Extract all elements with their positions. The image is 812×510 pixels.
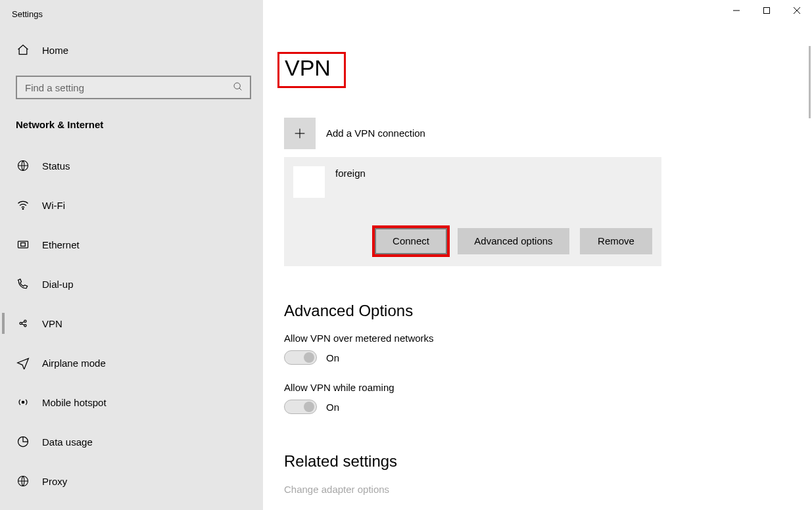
sidebar-section-title: Network & Internet bbox=[0, 99, 263, 139]
add-vpn-row[interactable]: Add a VPN connection bbox=[284, 118, 812, 149]
toggle-roaming-label: Allow VPN while roaming bbox=[284, 382, 812, 393]
proxy-icon bbox=[16, 474, 30, 488]
airplane-icon bbox=[16, 356, 30, 370]
vpn-connection-name: foreign bbox=[335, 166, 366, 179]
minimize-button[interactable] bbox=[721, 0, 752, 21]
svg-rect-9 bbox=[21, 243, 26, 246]
page-title: VPN bbox=[277, 52, 346, 88]
sidebar-item-datausage[interactable]: Data usage bbox=[0, 422, 263, 461]
add-vpn-label: Add a VPN connection bbox=[326, 128, 425, 139]
remove-button[interactable]: Remove bbox=[580, 228, 652, 254]
svg-point-11 bbox=[24, 320, 26, 322]
svg-point-15 bbox=[22, 401, 24, 403]
sidebar-item-label: Mobile hotspot bbox=[42, 397, 107, 408]
sidebar-item-hotspot[interactable]: Mobile hotspot bbox=[0, 382, 263, 422]
sidebar-item-label: Ethernet bbox=[42, 239, 80, 250]
phone-icon bbox=[16, 277, 30, 291]
svg-point-4 bbox=[234, 83, 240, 89]
svg-point-10 bbox=[20, 322, 22, 324]
svg-line-14 bbox=[22, 324, 24, 325]
search-icon bbox=[233, 81, 243, 94]
toggle-metered-state: On bbox=[326, 352, 339, 363]
sidebar-item-label: VPN bbox=[42, 318, 62, 329]
advanced-options-heading: Advanced Options bbox=[284, 302, 812, 320]
sidebar-item-wifi[interactable]: Wi-Fi bbox=[0, 185, 263, 225]
vpn-connection-card[interactable]: foreign Connect Advanced options Remove bbox=[284, 157, 661, 266]
sidebar: Settings Home Network & Internet Status bbox=[0, 0, 263, 510]
vpn-icon bbox=[16, 316, 30, 331]
sidebar-item-label: Data usage bbox=[42, 436, 93, 448]
toggle-roaming-block: Allow VPN while roaming On bbox=[284, 382, 812, 414]
plus-icon bbox=[284, 118, 316, 149]
search-input[interactable] bbox=[24, 81, 233, 94]
svg-line-13 bbox=[22, 322, 24, 323]
sidebar-item-vpn[interactable]: VPN bbox=[0, 304, 263, 343]
sidebar-item-label: Proxy bbox=[42, 476, 67, 487]
svg-point-12 bbox=[24, 325, 26, 327]
sidebar-item-airplane[interactable]: Airplane mode bbox=[0, 343, 263, 382]
hotspot-icon bbox=[16, 395, 30, 409]
advanced-options-button[interactable]: Advanced options bbox=[458, 228, 569, 254]
svg-rect-1 bbox=[764, 8, 770, 14]
svg-line-5 bbox=[239, 88, 241, 90]
toggle-roaming[interactable] bbox=[284, 400, 317, 414]
nav-home-label: Home bbox=[42, 45, 68, 56]
data-usage-icon bbox=[16, 434, 30, 449]
toggle-roaming-state: On bbox=[326, 402, 339, 413]
home-icon bbox=[16, 43, 30, 57]
connect-button[interactable]: Connect bbox=[375, 228, 447, 254]
svg-point-7 bbox=[22, 208, 24, 210]
sidebar-item-proxy[interactable]: Proxy bbox=[0, 461, 263, 501]
sidebar-item-label: Wi-Fi bbox=[42, 200, 65, 211]
svg-rect-8 bbox=[18, 241, 28, 248]
scrollbar[interactable] bbox=[809, 46, 811, 118]
nav-home[interactable]: Home bbox=[0, 36, 263, 64]
related-settings-heading: Related settings bbox=[284, 452, 812, 471]
sidebar-item-label: Dial-up bbox=[42, 279, 74, 290]
ethernet-icon bbox=[16, 237, 30, 252]
maximize-button[interactable] bbox=[752, 0, 782, 21]
close-button[interactable] bbox=[782, 0, 812, 21]
sidebar-item-label: Status bbox=[42, 160, 70, 172]
sidebar-item-ethernet[interactable]: Ethernet bbox=[0, 225, 263, 264]
window-controls bbox=[721, 0, 812, 21]
toggle-metered-block: Allow VPN over metered networks On bbox=[284, 333, 812, 365]
vpn-connection-icon bbox=[293, 166, 325, 198]
toggle-metered-label: Allow VPN over metered networks bbox=[284, 333, 812, 344]
change-adapter-options-link[interactable]: Change adapter options bbox=[284, 484, 812, 495]
sidebar-item-status[interactable]: Status bbox=[0, 146, 263, 185]
sidebar-item-dialup[interactable]: Dial-up bbox=[0, 264, 263, 304]
wifi-icon bbox=[16, 198, 30, 212]
content: VPN Add a VPN connection foreign Connect… bbox=[263, 0, 812, 510]
search-box[interactable] bbox=[16, 76, 251, 99]
globe-icon bbox=[16, 158, 30, 173]
app-title: Settings bbox=[0, 9, 263, 36]
toggle-metered[interactable] bbox=[284, 350, 317, 365]
sidebar-item-label: Airplane mode bbox=[42, 358, 106, 369]
